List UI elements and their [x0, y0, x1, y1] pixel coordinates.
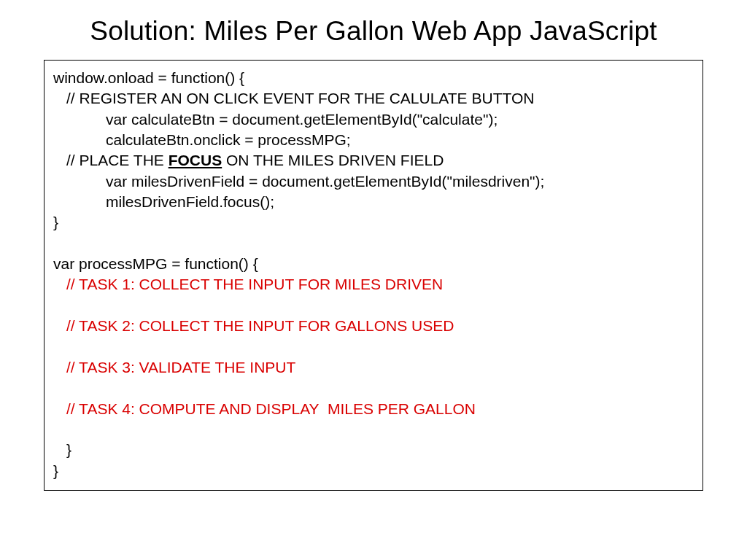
task-comment: // TASK 2: COLLECT THE INPUT FOR GALLONS…: [53, 316, 454, 336]
code-comment: // REGISTER AN ON CLICK EVENT FOR THE CA…: [53, 88, 534, 109]
code-line: calculateBtn.onclick = processMPG;: [53, 130, 351, 150]
slide-title: Solution: Miles Per Gallon Web App JavaS…: [44, 16, 703, 47]
code-comment: // PLACE THE FOCUS ON THE MILES DRIVEN F…: [53, 150, 444, 171]
emphasis-focus: FOCUS: [169, 152, 222, 168]
code-line: window.onload = function() {: [53, 69, 244, 86]
code-line: var calculateBtn = document.getElementBy…: [53, 109, 498, 130]
task-comment: // TASK 3: VALIDATE THE INPUT: [53, 357, 295, 378]
code-line: }: [53, 440, 71, 460]
code-block: window.onload = function() { // REGISTER…: [44, 60, 703, 491]
task-comment: // TASK 4: COMPUTE AND DISPLAY MILES PER…: [53, 399, 476, 419]
slide: Solution: Miles Per Gallon Web App JavaS…: [0, 0, 747, 560]
task-comment: // TASK 1: COLLECT THE INPUT FOR MILES D…: [53, 274, 443, 295]
code-line: milesDrivenField.focus();: [53, 192, 274, 212]
code-line: }: [53, 214, 58, 230]
code-line: var processMPG = function() {: [53, 255, 258, 272]
code-line: }: [53, 462, 58, 479]
code-line: var milesDrivenField = document.getEleme…: [53, 171, 544, 192]
